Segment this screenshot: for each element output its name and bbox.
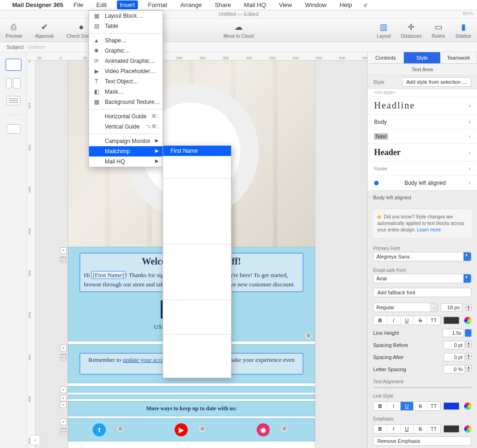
layout-toggle[interactable]: ▥Layout [377,21,391,39]
preview-button[interactable]: ⎙Preview [6,21,22,39]
learn-more-link[interactable]: Learn more [417,227,441,232]
rulers-toggle[interactable]: ▭Rulers [432,21,445,39]
cell-settings-icon[interactable]: ⚙ [281,426,287,432]
menu-insert[interactable]: Insert [117,0,138,9]
mailchimp-user-company[interactable]: User Company [163,302,231,312]
mailchimp-list-company[interactable]: List Company [163,246,231,257]
mailchimp-current-date[interactable]: Current Date [163,181,231,191]
mode-mobile[interactable] [6,78,20,88]
spacing-before-input[interactable]: 0 pt [443,341,465,349]
text-color-swatch[interactable] [443,317,459,324]
tab-teamwork[interactable]: Teamwork [441,52,477,63]
mailchimp-list-address[interactable]: List Address [163,277,231,287]
font-size-stepper[interactable]: ▴▾ [466,304,471,311]
mailchimp-address-and-vcard[interactable]: Address and vCard [163,267,231,277]
emphasis-segment[interactable]: BIUSTT [373,424,441,434]
youtube-icon[interactable]: ▶ [175,423,188,436]
color-picker-icon[interactable] [464,317,471,324]
insert-mail-hq[interactable]: Mail HQ▶ [89,156,163,167]
twitter-icon[interactable]: t [93,423,106,436]
mailchimp-user-phone[interactable]: User Phone [163,322,231,333]
block-drag-icon[interactable] [60,354,67,360]
mode-desktop[interactable] [6,59,21,71]
mailchimp-current-month-name[interactable]: Current Month Name [163,211,231,222]
mailchimp-view-in-browser-link[interactable]: View in Browser Link [163,347,231,357]
style-body-left-aligned[interactable]: Body left aligned› [368,176,477,190]
remove-emphasis-button[interactable]: Remove Emphasis [373,436,471,446]
text-align-segment[interactable]: ≡≡≡≡ [373,387,471,388]
mailchimp-list-description[interactable]: List Description [163,257,231,267]
add-fallback-button[interactable]: Add fallback font [373,288,471,297]
cell-settings-icon[interactable]: ⚙ [199,426,205,432]
block-close-icon[interactable]: × [60,401,67,408]
insert-background-texture-[interactable]: ▩Background Texture… [89,97,163,107]
block-close-icon[interactable]: × [60,419,67,425]
emailsafe-font-select[interactable]: Arial [373,274,471,283]
block-drag-icon[interactable] [60,257,67,263]
mailchimp-rewards[interactable]: Rewards [163,357,231,367]
distances-toggle[interactable]: ✛Distances [401,21,422,39]
emphasis-color-swatch[interactable] [443,425,459,433]
text-format-segment[interactable]: B I U S TT [373,316,441,325]
spacer-block[interactable]: × [68,386,315,393]
insert-mask-[interactable]: ◧Mask… [89,87,163,97]
tab-contents[interactable]: Contents [368,52,404,63]
menu-mailhq[interactable]: Mail HQ [241,0,269,9]
color-picker-icon[interactable] [464,402,471,410]
color-picker-icon[interactable] [464,425,471,433]
spacer-block[interactable]: × [68,394,315,399]
style-none[interactable]: <no style> [368,89,477,96]
style-footer[interactable]: Footer› [368,162,477,176]
style-body[interactable]: Body› [368,115,477,129]
mailchimp-user-address[interactable]: User Address [163,312,231,322]
evernote-icon[interactable]: e [364,1,367,9]
insert-horizontal-guide[interactable]: Horizontal Guide⌘; [89,111,163,122]
tab-style[interactable]: Style [404,52,440,63]
style-header[interactable]: Header› [368,144,477,162]
subject-value[interactable]: Untitled [27,44,45,50]
mailchimp-forward-link[interactable]: Forward Link [163,337,231,347]
menu-window[interactable]: Window [302,0,329,9]
placeholder-token[interactable]: [First Name] [91,271,125,279]
social-block[interactable]: × t⚙ ▶⚙ ◉⚙ [68,418,315,441]
block-close-icon[interactable]: × [60,247,67,254]
insert-text-object-[interactable]: TText Object… [89,76,163,87]
sidebar-toggle[interactable]: ▮Sidebar [456,21,471,39]
mailchimp-current-week-day[interactable]: Current Week Day [163,232,231,242]
add-style-button[interactable]: Add style from selection … [402,77,471,87]
block-close-icon[interactable]: × [60,345,67,351]
zoom-control[interactable]: ▫ [30,435,40,445]
insert-video-placeholder-[interactable]: ▶Video Placeholder… [89,66,163,76]
mailchimp-current-day[interactable]: Current Day [163,222,231,232]
menu-arrange[interactable]: Arrange [177,0,204,9]
mailchimp-email[interactable]: Email [163,166,231,176]
link-color-swatch[interactable] [443,402,459,410]
line-height-dropdown[interactable] [465,329,471,337]
mailchimp-list-phone[interactable]: List Phone [163,287,231,298]
mailchimp-unsubscribe-link[interactable]: Unsubscribe Link [163,367,231,378]
mailchimp-first-name[interactable]: First Name [163,146,231,156]
insert-table[interactable]: ▤Table [89,21,163,31]
style-headline[interactable]: Headline› [368,96,477,115]
insert-layout-block-[interactable]: ▦Layout Block… [89,11,163,21]
line-height-input[interactable]: 1,5x [443,329,464,337]
insert-animated-graphic-[interactable]: ⟳Animated Graphic… [89,56,163,66]
approval-button[interactable]: ✔︎Approval [35,21,54,39]
menu-help[interactable]: Help [337,0,355,9]
font-weight-select[interactable]: Regular [373,303,438,312]
more-ways-block[interactable]: × More ways to keep up to date with us: [68,401,315,416]
mailchimp-current-month[interactable]: Current Month [163,201,231,211]
app-name[interactable]: Mail Designer 365 [12,1,63,8]
menu-file[interactable]: File [71,0,86,9]
block-settings-icon[interactable]: ⚙ [305,333,312,339]
mailchimp-current-year[interactable]: Current Year [163,191,231,201]
menu-format[interactable]: Format [145,0,170,9]
menu-view[interactable]: View [276,0,295,9]
menu-share[interactable]: Share [212,0,234,9]
link-format-segment[interactable]: BIUSTT [373,401,441,411]
cell-settings-icon[interactable]: ⚙ [117,426,123,432]
block-drag-icon[interactable] [60,428,67,434]
primary-font-select[interactable]: Alegreya Sans [373,252,471,261]
mailchimp-last-name[interactable]: Last Name [163,156,231,166]
spacing-after-input[interactable]: 0 pt [443,353,465,361]
